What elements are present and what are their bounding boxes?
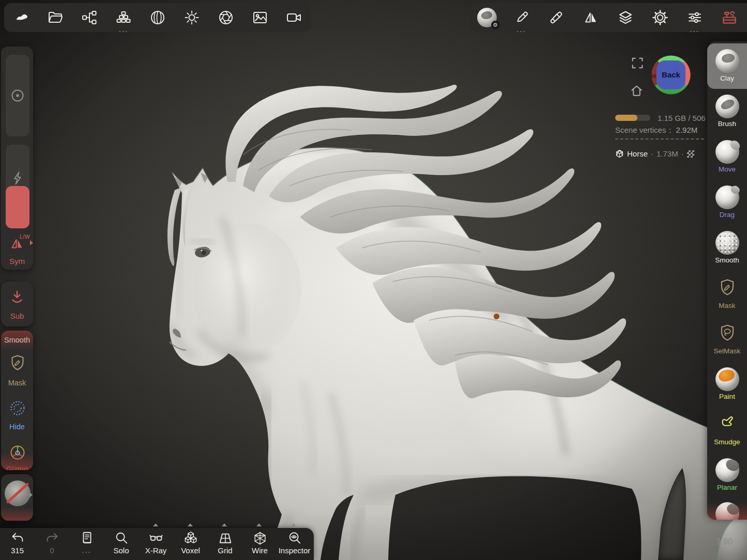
selmask-shield-lasso-icon	[718, 323, 737, 343]
symmetry-toggle-icon[interactable]	[9, 236, 25, 251]
redo-button[interactable]: 0	[35, 528, 69, 560]
material-button[interactable]: ⚙	[469, 3, 504, 32]
tool-paint[interactable]: Paint	[707, 362, 747, 407]
solo-magnifier-icon	[114, 531, 129, 546]
tool-label: Smudge	[707, 438, 747, 446]
wire-menu-caret[interactable]	[256, 523, 262, 526]
mesh-name: Horse	[627, 149, 648, 158]
undo-icon	[10, 531, 25, 546]
smooth-sphere-icon	[715, 231, 739, 255]
undo-button[interactable]: 315	[0, 528, 35, 560]
voxel-menu-caret[interactable]	[188, 523, 193, 526]
tool-mask[interactable]: Mask	[707, 271, 747, 316]
paint-sphere-icon	[715, 367, 739, 391]
alpha-expand-arrow[interactable]	[29, 492, 33, 497]
sub-panel[interactable]: Sub	[1, 282, 33, 326]
wireframe-icon	[252, 531, 268, 546]
symmetry-button[interactable]	[573, 3, 608, 32]
tool-smooth[interactable]: Smooth	[707, 225, 747, 271]
notebook-icon	[79, 531, 95, 546]
app-logo-button[interactable]	[4, 3, 38, 32]
gizmo-label[interactable]: Gizmo	[1, 465, 33, 470]
xray-button[interactable]: X-Ray	[139, 528, 173, 560]
tool-selmask[interactable]: SelMask	[707, 316, 747, 362]
home-view-button[interactable]	[630, 84, 644, 98]
layers-icon	[617, 9, 634, 26]
redo-count: 0	[35, 546, 69, 555]
topology-button[interactable]	[141, 3, 175, 32]
tool-drag[interactable]: Drag	[707, 180, 747, 225]
scene-vertices: Scene vertices： 2.92M	[615, 126, 697, 135]
tool-label: SelMask	[707, 347, 747, 355]
hide-icon[interactable]	[8, 399, 27, 417]
stroke-pen-button[interactable]: ...	[504, 3, 539, 32]
notes-button[interactable]: ...	[69, 528, 104, 560]
mesh-row[interactable]: Horse · 1.73M ·	[615, 149, 694, 158]
solo-label: Solo	[104, 546, 139, 555]
hide-label[interactable]: Hide	[1, 423, 33, 431]
grid-menu-caret[interactable]	[222, 523, 227, 526]
tool-clay[interactable]: Clay	[707, 43, 747, 89]
solo-button[interactable]: Solo	[104, 528, 139, 560]
tool-partial[interactable]	[707, 498, 747, 520]
smooth-action[interactable]: Smooth	[1, 336, 33, 344]
tool-label: Move	[707, 165, 747, 173]
grid-button[interactable]: Grid	[208, 528, 242, 560]
fullscreen-button[interactable]	[631, 56, 644, 70]
hatched-sphere-icon	[149, 9, 166, 26]
lighting-button[interactable]	[175, 3, 209, 32]
tool-brush[interactable]: Brush	[707, 89, 747, 134]
xray-menu-caret[interactable]	[153, 523, 158, 526]
tool-move[interactable]: Move	[707, 134, 747, 180]
intensity-slider[interactable]	[6, 145, 29, 228]
scene-graph-button[interactable]	[72, 3, 106, 32]
redo-icon	[44, 531, 60, 546]
mask-shield-icon[interactable]	[8, 353, 27, 372]
mask-label[interactable]: Mask	[1, 379, 33, 387]
tool-sidebar: Clay Brush Move Drag Smooth Mask	[707, 41, 747, 520]
material-sphere-icon: ⚙	[477, 8, 497, 27]
inspector-label: Inspector	[277, 546, 312, 555]
tool-label: Planar	[707, 484, 747, 491]
material-gear-badge-icon: ⚙	[491, 21, 500, 29]
inspector-menu-caret[interactable]	[291, 523, 296, 526]
memory-bar-fill	[615, 115, 637, 121]
wire-button[interactable]: Wire	[242, 528, 277, 560]
inspector-button[interactable]: Inspector	[277, 528, 312, 560]
tool-planar[interactable]: Planar	[707, 453, 747, 498]
voxel-label: Voxel	[173, 546, 208, 555]
orientation-side-label: ht	[651, 73, 656, 79]
clay-sphere-icon	[715, 49, 739, 73]
camera-button[interactable]	[277, 3, 311, 32]
debug-toolbox-button[interactable]	[712, 3, 746, 32]
voxel-button[interactable]: Voxel	[173, 528, 208, 560]
grid-label: Grid	[208, 546, 242, 555]
app-logo-icon	[12, 9, 30, 26]
undo-count: 315	[0, 546, 35, 555]
material-layers-button[interactable]: ...	[106, 3, 141, 32]
home-icon	[630, 84, 644, 98]
files-button[interactable]	[38, 3, 72, 32]
postprocess-button[interactable]	[209, 3, 243, 32]
xray-glasses-icon	[148, 531, 164, 546]
sym-expand-arrow[interactable]	[30, 240, 33, 245]
more-indicator: ...	[504, 28, 539, 31]
paint-all-button[interactable]	[539, 3, 573, 32]
voxel-cubes-icon	[183, 531, 199, 546]
tool-label: Clay	[707, 74, 747, 82]
dot-separator: ·	[651, 149, 653, 158]
tool-smudge[interactable]: Smudge	[707, 407, 747, 453]
layers-button[interactable]	[608, 3, 643, 32]
interface-sliders-button[interactable]: ...	[677, 3, 712, 32]
radius-slider[interactable]	[6, 55, 29, 136]
orientation-ball[interactable]: ht Back	[651, 55, 691, 97]
alpha-panel[interactable]	[1, 474, 33, 521]
sym-label[interactable]: Sym	[1, 257, 33, 266]
gizmo-icon[interactable]	[8, 443, 27, 462]
icosphere-icon	[615, 149, 624, 158]
bottombar: 315 0 ... Solo X-Ray	[0, 528, 314, 560]
brick-pyramid-icon	[115, 9, 132, 26]
background-button[interactable]	[243, 3, 277, 32]
settings-button[interactable]	[643, 3, 677, 32]
sub-arrow-icon	[8, 289, 26, 306]
